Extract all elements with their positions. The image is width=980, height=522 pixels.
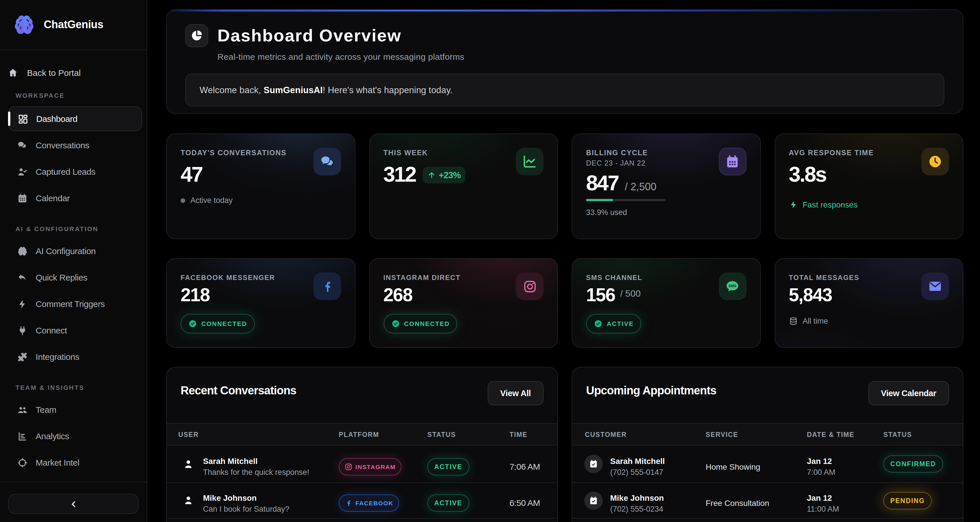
svg-text:SMS: SMS — [729, 284, 736, 288]
